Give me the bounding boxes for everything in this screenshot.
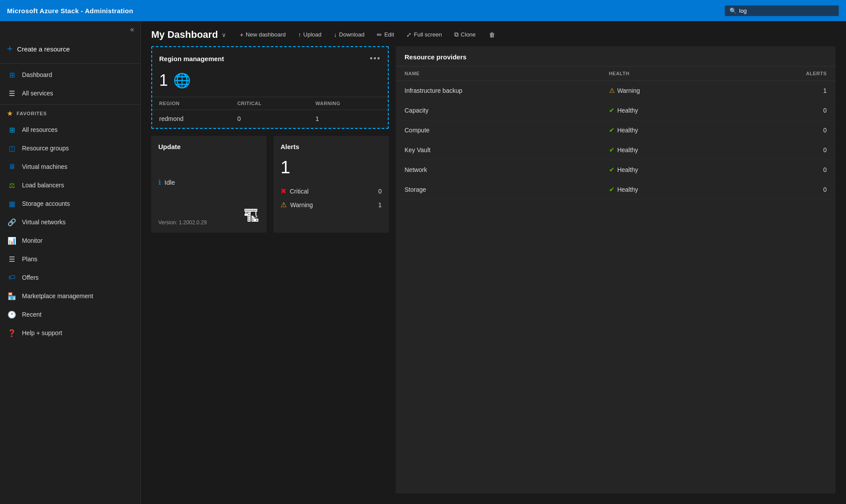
offers-icon: 🏷 [7, 273, 17, 282]
table-row[interactable]: Storage ✔ Healthy 0 [396, 180, 835, 200]
table-row[interactable]: redmond 0 1 [152, 110, 388, 128]
sidebar-item-marketplace-label: Marketplace management [22, 292, 93, 299]
sidebar-item-all-resources[interactable]: ⊞ All resources [0, 121, 140, 139]
dashboard-panels: Region management ••• 1 🌐 REGION CRITICA… [141, 46, 846, 504]
marketplace-icon: 🏪 [7, 291, 17, 301]
sidebar-item-virtual-networks-label: Virtual networks [22, 219, 66, 226]
left-panels: Region management ••• 1 🌐 REGION CRITICA… [151, 46, 389, 493]
upload-label: Upload [303, 31, 321, 38]
critical-count: 0 [378, 188, 382, 195]
sidebar-item-monitor-label: Monitor [22, 237, 43, 244]
sidebar-item-virtual-networks[interactable]: 🔗 Virtual networks [0, 213, 140, 231]
rp-name-cell: Network [396, 160, 600, 180]
region-col-header: REGION [152, 97, 230, 110]
sidebar-item-offers[interactable]: 🏷 Offers [0, 268, 140, 287]
alert-row-critical[interactable]: ✖ Critical 0 [281, 184, 382, 198]
resource-groups-icon: ◫ [7, 143, 17, 153]
sidebar: « + Create a resource ⊞ Dashboard ☰ All … [0, 21, 141, 504]
sidebar-item-dashboard-label: Dashboard [22, 71, 52, 78]
dashboard-toolbar: My Dashboard ∨ + New dashboard ↑ Upload … [141, 21, 846, 46]
favorites-label: ★ FAVORITES [0, 106, 140, 121]
sidebar-item-virtual-machines[interactable]: 🖥 Virtual machines [0, 157, 140, 176]
region-management-title: Region management [159, 55, 224, 62]
star-icon: ★ [7, 110, 13, 117]
create-resource-label: Create a resource [17, 45, 70, 53]
alerts-panel: Alerts 1 ✖ Critical 0 ⚠ Warning 1 [273, 136, 389, 233]
clone-button[interactable]: ⧉ Clone [449, 28, 481, 41]
upload-button[interactable]: ↑ Upload [293, 29, 327, 41]
sidebar-item-recent-label: Recent [22, 311, 41, 318]
main-layout: « + Create a resource ⊞ Dashboard ☰ All … [0, 21, 846, 504]
edit-button[interactable]: ✏ Edit [372, 29, 399, 41]
rp-alerts-cell: 1 [732, 81, 835, 101]
dashboard-title: My Dashboard [151, 29, 218, 40]
sidebar-item-dashboard[interactable]: ⊞ Dashboard [0, 66, 140, 84]
fullscreen-label: Full screen [414, 31, 442, 38]
sidebar-item-recent[interactable]: 🕐 Recent [0, 305, 140, 324]
warning-icon: ⚠ [281, 201, 287, 209]
sidebar-item-monitor[interactable]: 📊 Monitor [0, 231, 140, 250]
rp-alerts-cell: 0 [732, 160, 835, 180]
bottom-left-panels: Update ℹ Idle Version: 1.2002.0.29 🏗 Ale… [151, 136, 389, 233]
alerts-title: Alerts [281, 143, 382, 150]
update-status-label: Idle [164, 179, 175, 186]
all-resources-icon: ⊞ [7, 125, 17, 135]
update-graphic-icon: 🏗 [244, 207, 259, 226]
sidebar-item-plans[interactable]: ☰ Plans [0, 250, 140, 268]
rp-name-cell: Compute [396, 121, 600, 140]
region-count-row: 1 🌐 [152, 68, 388, 97]
new-dashboard-icon: + [240, 31, 244, 38]
dashboard-title-group: My Dashboard ∨ [151, 29, 226, 40]
rp-name-col: NAME [396, 66, 600, 81]
warning-col-header: WARNING [308, 97, 388, 110]
search-box[interactable]: 🔍 [725, 5, 839, 16]
table-row[interactable]: Network ✔ Healthy 0 [396, 160, 835, 180]
sidebar-collapse[interactable]: « [0, 21, 140, 36]
critical-icon: ✖ [281, 187, 286, 195]
sidebar-item-help[interactable]: ❓ Help + support [0, 324, 140, 342]
warning-count: 1 [378, 201, 382, 208]
dashboard-icon: ⊞ [7, 70, 17, 80]
new-dashboard-button[interactable]: + New dashboard [235, 29, 291, 41]
plans-icon: ☰ [7, 254, 17, 264]
search-input[interactable] [739, 7, 827, 14]
edit-icon: ✏ [377, 31, 382, 38]
storage-accounts-icon: ▦ [7, 199, 17, 208]
table-row[interactable]: Infrastructure backup ⚠ Warning 1 [396, 81, 835, 101]
sidebar-item-load-balancers[interactable]: ⚖ Load balancers [0, 176, 140, 194]
upload-icon: ↑ [298, 31, 301, 38]
sidebar-item-resource-groups[interactable]: ◫ Resource groups [0, 139, 140, 157]
table-row[interactable]: Key Vault ✔ Healthy 0 [396, 140, 835, 160]
health-ok-icon: ✔ [609, 146, 615, 154]
sidebar-item-all-resources-label: All resources [22, 126, 58, 133]
monitor-icon: 📊 [7, 236, 17, 245]
all-services-icon: ☰ [7, 88, 17, 98]
fullscreen-icon: ⤢ [406, 31, 412, 38]
table-row[interactable]: Compute ✔ Healthy 0 [396, 121, 835, 140]
alert-row-warning[interactable]: ⚠ Warning 1 [281, 198, 382, 212]
rp-health-cell: ✔ Healthy [600, 180, 732, 200]
sidebar-item-all-services[interactable]: ☰ All services [0, 84, 140, 102]
fullscreen-button[interactable]: ⤢ Full screen [401, 29, 447, 41]
sidebar-item-storage-accounts[interactable]: ▦ Storage accounts [0, 194, 140, 213]
sidebar-item-marketplace[interactable]: 🏪 Marketplace management [0, 287, 140, 305]
health-ok-icon: ✔ [609, 186, 615, 194]
update-status: ℹ Idle [158, 178, 259, 186]
table-row[interactable]: Capacity ✔ Healthy 0 [396, 101, 835, 121]
virtual-machines-icon: 🖥 [7, 162, 17, 172]
collapse-icon[interactable]: « [130, 26, 134, 33]
dashboard-dropdown-icon[interactable]: ∨ [222, 31, 226, 38]
globe-icon: 🌐 [173, 72, 191, 89]
sidebar-item-create-resource[interactable]: + Create a resource [0, 36, 140, 62]
download-button[interactable]: ↓ Download [328, 29, 370, 41]
health-label: Warning [617, 87, 640, 94]
topbar: Microsoft Azure Stack - Administration 🔍 [0, 0, 846, 21]
health-label: Healthy [617, 166, 638, 173]
sidebar-item-resource-groups-label: Resource groups [22, 145, 69, 152]
rp-alerts-cell: 0 [732, 101, 835, 121]
resource-providers-panel: Resource providers NAME HEALTH ALERTS In… [396, 46, 835, 493]
delete-button[interactable]: 🗑 [485, 29, 500, 41]
region-management-menu-icon[interactable]: ••• [370, 54, 381, 63]
health-warning-icon: ⚠ [609, 87, 615, 95]
health-label: Healthy [617, 107, 638, 114]
